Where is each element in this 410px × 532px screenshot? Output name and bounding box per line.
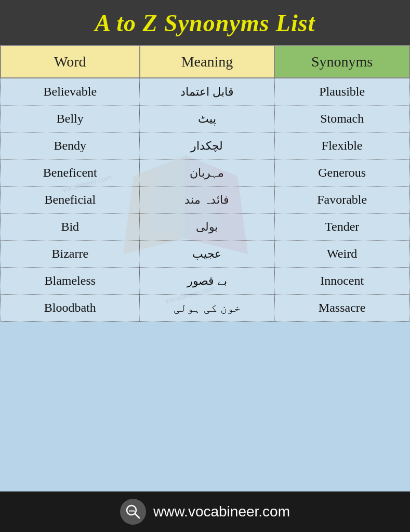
footer-url: www.vocabineer.com <box>153 503 290 520</box>
search-icon-svg: www <box>124 502 142 521</box>
svg-text:www: www <box>128 509 135 512</box>
cell-meaning: فائدہ مند <box>140 187 275 214</box>
svg-line-6 <box>135 514 139 518</box>
cell-meaning: پیٹ <box>140 105 275 132</box>
col-header-word: Word <box>1 46 140 78</box>
synonyms-table: Word Meaning Synonyms Believableقابل اعت… <box>0 45 410 322</box>
table-row: BellyپیٹStomach <box>1 105 409 132</box>
cell-synonym: Flexible <box>274 132 409 159</box>
cell-meaning: مہربان <box>140 159 275 187</box>
www-globe-icon: www <box>120 499 146 525</box>
table-row: BendyلچکدارFlexible <box>1 132 409 159</box>
cell-meaning: لچکدار <box>140 132 275 159</box>
cell-meaning: قابل اعتماد <box>140 78 275 105</box>
header: A to Z Synonyms List <box>0 0 410 45</box>
cell-word: Belly <box>1 105 140 132</box>
cell-synonym: Weird <box>274 241 409 268</box>
table-row: BeneficentمہربانGenerous <box>1 159 409 187</box>
cell-meaning: بے قصور <box>140 268 275 295</box>
cell-word: Bloodbath <box>1 295 140 322</box>
cell-word: Bendy <box>1 132 140 159</box>
cell-word: Bizarre <box>1 241 140 268</box>
col-header-synonyms: Synonyms <box>274 46 409 78</box>
cell-synonym: Stomach <box>274 105 409 132</box>
cell-synonym: Massacre <box>274 295 409 322</box>
cell-synonym: Favorable <box>274 187 409 214</box>
cell-meaning: خون کی ہولی <box>140 295 275 322</box>
cell-synonym: Generous <box>274 159 409 187</box>
cell-word: Beneficial <box>1 187 140 214</box>
cell-word: Blameless <box>1 268 140 295</box>
cell-meaning: بولی <box>140 214 275 241</box>
table-row: BizarreعجیبWeird <box>1 241 409 268</box>
col-header-meaning: Meaning <box>140 46 275 78</box>
table-wrapper: Word Meaning Synonyms Believableقابل اعت… <box>0 45 410 491</box>
cell-synonym: Plausible <box>274 78 409 105</box>
cell-meaning: عجیب <box>140 241 275 268</box>
cell-word: Beneficent <box>1 159 140 187</box>
table-row: BidبولیTender <box>1 214 409 241</box>
table-row: Bloodbathخون کی ہولیMassacre <box>1 295 409 322</box>
table-row: Beneficialفائدہ مندFavorable <box>1 187 409 214</box>
cell-synonym: Innocent <box>274 268 409 295</box>
cell-word: Believable <box>1 78 140 105</box>
table-row: Blamelessبے قصورInnocent <box>1 268 409 295</box>
cell-word: Bid <box>1 214 140 241</box>
table-row: Believableقابل اعتمادPlausible <box>1 78 409 105</box>
footer: www www.vocabineer.com <box>0 491 410 532</box>
page-wrapper: A to Z Synonyms List Word Meaning Synony… <box>0 0 410 532</box>
cell-synonym: Tender <box>274 214 409 241</box>
page-title: A to Z Synonyms List <box>10 9 400 37</box>
